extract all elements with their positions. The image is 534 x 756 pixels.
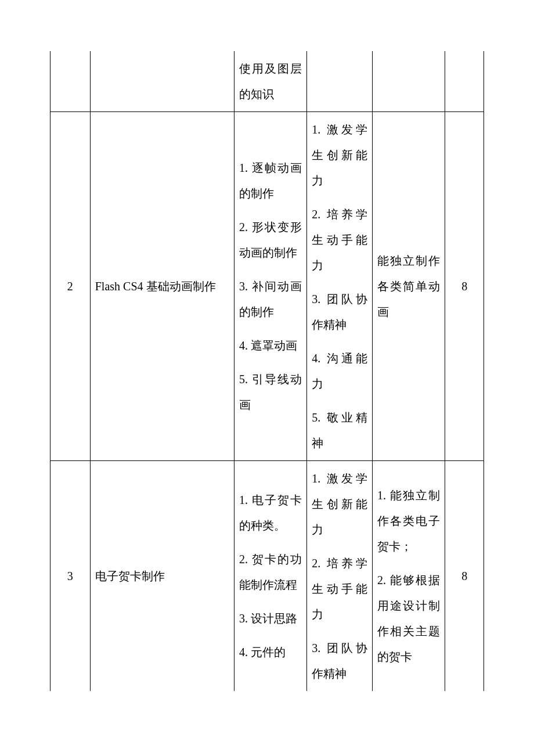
cell-hours: 8: [445, 112, 484, 461]
cell-skill: 1. 能独立制作各类电子贺卡； 2. 能够根据用途设计制作相关主题的贺卡: [373, 461, 445, 692]
cell-skill: [373, 51, 445, 112]
cell-ability: 1. 激发学生创新能力 2. 培养学生动手能力 3. 团队协作精神: [307, 461, 373, 692]
list-item: 1. 能独立制作各类电子贺卡；: [377, 483, 440, 559]
cell-knowledge: 1. 逐帧动画的制作 2. 形状变形动画的制作 3. 补间动画的制作 4. 遮罩…: [234, 112, 307, 461]
list-item: 4. 遮罩动画: [239, 333, 302, 358]
cell-index: [50, 51, 91, 112]
cell-hours: 8: [445, 461, 484, 692]
cell-hours: [445, 51, 484, 112]
syllabus-table: 使用及图层的知识 2 Flash CS4 基础动画制作 1. 逐帧动画的制作 2…: [50, 51, 484, 691]
document-page: 使用及图层的知识 2 Flash CS4 基础动画制作 1. 逐帧动画的制作 2…: [0, 0, 534, 756]
list-item: 2. 形状变形动画的制作: [239, 214, 302, 265]
cell-index: 2: [50, 112, 91, 461]
table-row: 2 Flash CS4 基础动画制作 1. 逐帧动画的制作 2. 形状变形动画的…: [50, 112, 484, 461]
list-item: 1. 逐帧动画的制作: [239, 155, 302, 206]
list-item: 4. 元件的: [239, 639, 302, 665]
list-item: 2. 培养学生动手能力: [312, 550, 367, 627]
cell-skill: 能独立制作各类简单动画: [373, 112, 445, 461]
list-item: 3. 团队协作精神: [312, 635, 367, 686]
list-item: 4. 沟通能力: [312, 345, 367, 397]
list-item: 3. 设计思路: [239, 606, 302, 631]
list-item: 1. 激发学生创新能力: [312, 117, 367, 193]
cell-index: 3: [50, 461, 91, 692]
cell-ability: 1. 激发学生创新能力 2. 培养学生动手能力 3. 团队协作精神 4. 沟通能…: [307, 112, 373, 461]
table-row: 使用及图层的知识: [50, 51, 484, 112]
cell-title: Flash CS4 基础动画制作: [90, 112, 234, 461]
cell-ability: [307, 51, 373, 112]
cell-knowledge: 1. 电子贺卡的种类。 2. 贺卡的功能制作流程 3. 设计思路 4. 元件的: [234, 461, 307, 692]
list-item: 3. 补间动画的制作: [239, 273, 302, 325]
table-row: 3 电子贺卡制作 1. 电子贺卡的种类。 2. 贺卡的功能制作流程 3. 设计思…: [50, 461, 484, 692]
list-item: 1. 激发学生创新能力: [312, 466, 367, 542]
list-item: 2. 贺卡的功能制作流程: [239, 546, 302, 597]
list-item: 2. 能够根据用途设计制作相关主题的贺卡: [377, 567, 440, 669]
list-item: 1. 电子贺卡的种类。: [239, 487, 302, 538]
list-item: 5. 引导线动画: [239, 366, 302, 417]
cell-title: [90, 51, 234, 112]
cell-knowledge: 使用及图层的知识: [234, 51, 307, 112]
list-item: 2. 培养学生动手能力: [312, 201, 367, 278]
list-item: 3. 团队协作精神: [312, 286, 367, 337]
cell-title: 电子贺卡制作: [90, 461, 234, 692]
list-item: 5. 敬业精神: [312, 405, 367, 456]
